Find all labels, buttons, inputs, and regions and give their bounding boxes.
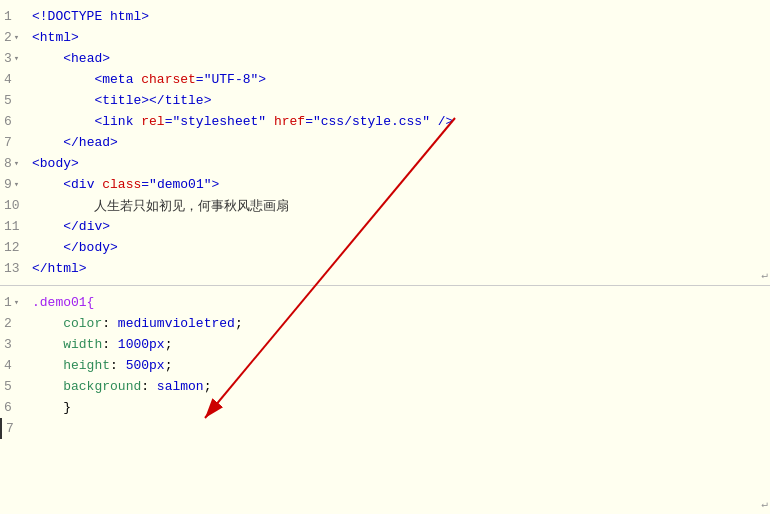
code-token: ; — [165, 358, 173, 373]
code-token: div — [71, 177, 102, 192]
line-number: 8▾ — [4, 156, 32, 171]
code-token: = — [141, 177, 149, 192]
code-token: } — [63, 400, 71, 415]
line-content: background: salmon; — [32, 379, 766, 394]
line-content: <html> — [32, 30, 766, 45]
line-content: <head> — [32, 51, 766, 66]
line-number: 5 — [4, 379, 32, 394]
fold-icon[interactable]: ▾ — [14, 158, 19, 169]
code-token: ; — [204, 379, 212, 394]
line-content: </body> — [32, 240, 766, 255]
line-number: 3 — [4, 337, 32, 352]
code-token: > — [204, 93, 212, 108]
fold-icon[interactable]: ▾ — [14, 32, 19, 43]
code-line: 7 </head> — [0, 132, 770, 153]
code-token: 500px — [126, 358, 165, 373]
code-line: 12 </body> — [0, 237, 770, 258]
fold-icon[interactable]: ▾ — [14, 179, 19, 190]
line-content: } — [32, 400, 766, 415]
css-code-lines: 1▾.demo01{2 color: mediumvioletred;3 wid… — [0, 292, 770, 439]
line-number: 10 — [4, 198, 32, 213]
code-token: "demo01" — [149, 177, 211, 192]
line-number: 7 — [4, 135, 32, 150]
code-token: ; — [165, 337, 173, 352]
code-token: : — [141, 379, 157, 394]
code-token: 1000px — [118, 337, 165, 352]
code-line: 4 height: 500px; — [0, 355, 770, 376]
code-line: 13</html> — [0, 258, 770, 279]
fold-icon[interactable]: ▾ — [14, 53, 19, 64]
code-token: html — [48, 261, 79, 276]
code-token: "UTF-8" — [204, 72, 259, 87]
scrollbar-indicator-bottom: ↵ — [761, 497, 768, 510]
code-line: 3▾ <head> — [0, 48, 770, 69]
code-token: > — [71, 30, 79, 45]
code-token: background — [63, 379, 141, 394]
code-token: div — [79, 219, 102, 234]
code-line: 7 — [0, 418, 770, 439]
code-token: rel — [141, 114, 164, 129]
code-token: 人生若只如初见，何事秋风悲画扇 — [94, 199, 289, 214]
fold-icon[interactable]: ▾ — [14, 297, 19, 308]
code-line: 6 } — [0, 397, 770, 418]
scrollbar-indicator: ↵ — [761, 268, 768, 281]
line-content: <!DOCTYPE html> — [32, 9, 766, 24]
code-line: 11 </div> — [0, 216, 770, 237]
code-token: < — [63, 177, 71, 192]
code-token: > — [102, 219, 110, 234]
code-line: 2 color: mediumvioletred; — [0, 313, 770, 334]
code-token: = — [196, 72, 204, 87]
line-number: 6 — [4, 114, 32, 129]
code-line: 1<!DOCTYPE html> — [0, 6, 770, 27]
code-token: title — [165, 93, 204, 108]
line-content: <meta charset="UTF-8"> — [32, 72, 766, 87]
html-code-lines: 1<!DOCTYPE html>2▾<html>3▾ <head>4 <meta… — [0, 6, 770, 279]
line-content: width: 1000px; — [32, 337, 766, 352]
line-content: height: 500px; — [32, 358, 766, 373]
code-token: title — [102, 93, 141, 108]
code-token: = — [305, 114, 313, 129]
code-token: body — [79, 240, 110, 255]
line-content: </head> — [32, 135, 766, 150]
code-token: "css/style.css" — [313, 114, 430, 129]
line-number: 9▾ — [4, 177, 32, 192]
line-content: <link rel="stylesheet" href="css/style.c… — [32, 114, 766, 129]
line-number: 11 — [4, 219, 32, 234]
line-number: 1 — [4, 9, 32, 24]
line-content: </html> — [32, 261, 766, 276]
line-number: 3▾ — [4, 51, 32, 66]
code-token: </ — [32, 261, 48, 276]
code-token: < — [32, 156, 40, 171]
code-token: width — [63, 337, 102, 352]
code-token: </ — [63, 135, 79, 150]
code-token: color — [63, 316, 102, 331]
line-number: 5 — [4, 93, 32, 108]
code-token — [266, 114, 274, 129]
code-line: 3 width: 1000px; — [0, 334, 770, 355]
code-token: head — [79, 135, 110, 150]
code-line: 5 background: salmon; — [0, 376, 770, 397]
line-content: <div class="demo01"> — [32, 177, 766, 192]
line-number: 4 — [4, 72, 32, 87]
code-token: .demo01{ — [32, 295, 94, 310]
code-token: </ — [32, 240, 79, 255]
line-number: 6 — [4, 400, 32, 415]
code-token: class — [102, 177, 141, 192]
code-token: height — [63, 358, 110, 373]
line-number: 4 — [4, 358, 32, 373]
code-line: 9▾ <div class="demo01"> — [0, 174, 770, 195]
code-line: 2▾<html> — [0, 27, 770, 48]
code-token: body — [40, 156, 71, 171]
code-token: meta — [102, 72, 141, 87]
code-token: head — [71, 51, 102, 66]
line-number: 12 — [4, 240, 32, 255]
code-token: > — [258, 72, 266, 87]
line-number: 2▾ — [4, 30, 32, 45]
code-token: > — [79, 261, 87, 276]
code-token: salmon — [157, 379, 204, 394]
code-token: "stylesheet" — [172, 114, 266, 129]
code-token: ; — [235, 316, 243, 331]
code-token: charset — [141, 72, 196, 87]
code-token: /> — [430, 114, 453, 129]
code-token: ></ — [141, 93, 164, 108]
